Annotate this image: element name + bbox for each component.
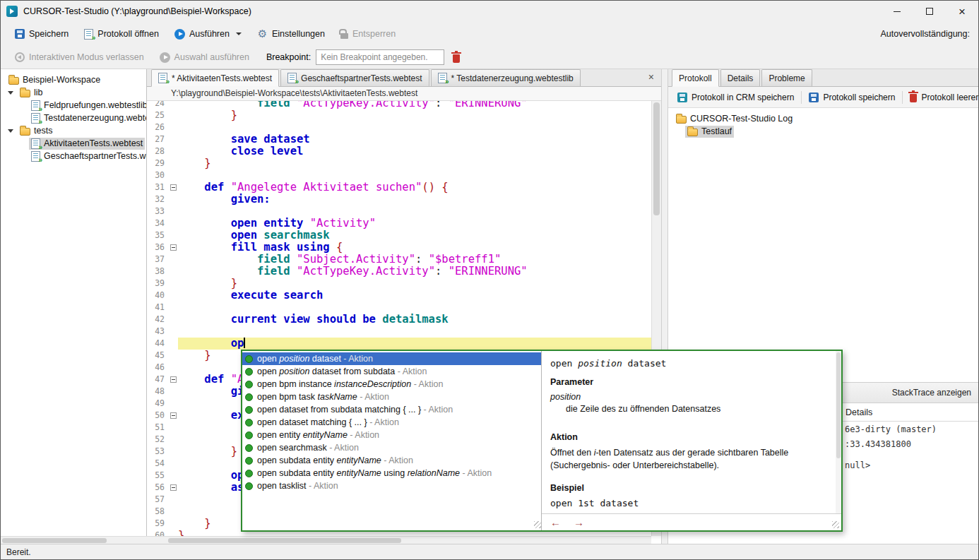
protokoll-leeren-button[interactable]: Protokoll leeren xyxy=(905,90,979,105)
code-text[interactable]: open searchmask xyxy=(178,230,651,242)
tree-item-geschaeftspartnertests-webtest[interactable]: »GeschaeftspartnerTests.webtest xyxy=(29,150,147,162)
fold-marker-icon[interactable] xyxy=(170,412,177,419)
autocomplete-item[interactable]: open tasklist - Aktion xyxy=(242,479,541,492)
autocomplete-item[interactable]: open subdata entity entityName using rel… xyxy=(242,467,541,479)
tree-item-testlauf[interactable]: Testlauf xyxy=(685,126,734,138)
tree-item-lib[interactable]: lib xyxy=(18,87,45,99)
einstellungen-button[interactable]: ⚙Einstellungen xyxy=(251,26,331,42)
code-text[interactable]: field "Subject.Activity": "$betreff1" xyxy=(178,254,651,266)
code-line-25[interactable]: 25 } xyxy=(147,109,651,121)
code-text[interactable] xyxy=(178,326,651,338)
autocomplete-item[interactable]: open position dataset from subdata - Akt… xyxy=(242,365,541,378)
delete-breakpoint-button[interactable] xyxy=(451,51,461,64)
code-line-28[interactable]: 28 close level xyxy=(147,145,651,157)
editor-horizontal-scrollbar[interactable] xyxy=(147,536,651,544)
code-line-40[interactable]: 40 execute search xyxy=(147,290,651,302)
ausfuehren-button[interactable]: Ausführen xyxy=(169,26,247,42)
expand-arrow-icon[interactable] xyxy=(8,91,13,95)
code-line-34[interactable]: 34 open entity "Activity" xyxy=(147,218,651,230)
autocomplete-item[interactable]: open entity entityName - Aktion xyxy=(242,429,541,441)
scrollbar-thumb[interactable] xyxy=(836,352,841,458)
protokoll-speichern-button[interactable]: Protokoll speichern xyxy=(804,90,900,105)
autocomplete-item[interactable]: open bpm instance instanceDescription - … xyxy=(242,378,541,391)
sidebar-horizontal-scrollbar[interactable] xyxy=(1,536,147,544)
code-line-37[interactable]: 37 field "Subject.Activity": "$betreff1" xyxy=(147,254,651,266)
code-text[interactable]: close level xyxy=(178,145,651,157)
code-text[interactable] xyxy=(178,169,651,181)
code-line-39[interactable]: 39 } xyxy=(147,278,651,290)
code-line-42[interactable]: 42 current view should be detailmask xyxy=(147,314,651,326)
code-text[interactable] xyxy=(178,302,651,314)
doc-back-icon[interactable]: ← xyxy=(550,517,561,528)
code-line-38[interactable]: 38 field "ActTypeKey.Activity": "ERINNER… xyxy=(147,266,651,278)
tab-probleme[interactable]: Probleme xyxy=(761,69,812,86)
autocomplete-item[interactable]: open subdata entity entityName - Aktion xyxy=(242,454,541,467)
code-line-31[interactable]: 31 def "Angelegte Aktivitaet suchen"() { xyxy=(147,181,651,193)
tab-protokoll[interactable]: Protokoll xyxy=(672,69,719,87)
tree-item-feldpruefungen-webtestlib[interactable]: »Feldpruefungen.webtestlib xyxy=(29,100,147,112)
stacktrace-toggle[interactable]: StackTrace anzeigen xyxy=(892,388,971,398)
code-line-41[interactable]: 41 xyxy=(147,302,651,314)
fold-marker-icon[interactable] xyxy=(170,376,177,383)
code-line-27[interactable]: 27 save dataset xyxy=(147,133,651,145)
fold-marker-icon[interactable] xyxy=(170,184,177,191)
code-text[interactable]: } xyxy=(178,109,651,121)
code-line-29[interactable]: 29 } xyxy=(147,157,651,169)
autocomplete-item[interactable]: open bpm task taskName - Aktion xyxy=(242,391,541,403)
speichern-button[interactable]: Speichern xyxy=(9,26,74,42)
tree-item-aktivitaetentests-webtest[interactable]: »AktivitaetenTests.webtest xyxy=(29,138,145,150)
fold-marker-icon[interactable] xyxy=(170,484,177,491)
scrollbar-thumb[interactable] xyxy=(2,538,107,543)
code-line-32[interactable]: 32 given: xyxy=(147,193,651,205)
code-text[interactable] xyxy=(178,121,651,133)
autocomplete-item[interactable]: open dataset matching { ... } - Aktion xyxy=(242,416,541,429)
autocomplete-item[interactable]: open dataset from subdata matching { ...… xyxy=(242,403,541,416)
breakpoint-input[interactable] xyxy=(316,49,444,65)
editor-tab-geschaeftspartnertests-webtest[interactable]: »GeschaeftspartnerTests.webtest xyxy=(280,69,429,86)
code-text[interactable]: save dataset xyxy=(178,133,651,145)
code-text[interactable]: execute search xyxy=(178,290,651,302)
expand-arrow-icon[interactable] xyxy=(8,129,13,133)
tree-item-testdatenerzeugung-webtestlib[interactable]: »Testdatenerzeugung.webtestlib xyxy=(29,112,147,124)
code-text[interactable]: current view should be detailmask xyxy=(178,314,651,326)
tree-item-tests[interactable]: tests xyxy=(18,125,54,137)
tab-close-icon[interactable]: × xyxy=(648,72,654,82)
code-line-44[interactable]: 44 op xyxy=(147,338,651,350)
editor-tab-aktivitaetentests-webtest[interactable]: »* AktivitaetenTests.webtest xyxy=(151,69,279,87)
tree-item-beispiel-workspace[interactable]: Beispiel-Workspace xyxy=(6,74,102,86)
code-text[interactable]: field "ActTypeKey.Activity": "ERINNERUNG… xyxy=(178,101,651,109)
code-line-26[interactable]: 26 xyxy=(147,121,651,133)
scrollbar-thumb[interactable] xyxy=(168,538,401,543)
resize-grip-icon[interactable] xyxy=(832,521,839,528)
maximize-button[interactable] xyxy=(913,1,946,22)
code-text[interactable]: } xyxy=(178,278,651,290)
autocomplete-item[interactable]: open searchmask - Aktion xyxy=(242,441,541,454)
scrollbar-thumb[interactable] xyxy=(653,102,660,215)
chevron-down-icon[interactable] xyxy=(236,32,242,35)
code-line-30[interactable]: 30 xyxy=(147,169,651,181)
code-text[interactable]: open entity "Activity" xyxy=(178,218,651,230)
minimize-button[interactable] xyxy=(881,1,913,22)
code-text[interactable]: def "Angelegte Aktivitaet suchen"() { xyxy=(178,181,651,193)
code-text[interactable]: fill mask using { xyxy=(178,242,651,254)
code-text[interactable] xyxy=(178,205,651,218)
doc-scrollbar[interactable] xyxy=(836,351,841,513)
protokoll-oeffnen-button[interactable]: »Protokoll öffnen xyxy=(78,26,165,42)
code-text[interactable]: } xyxy=(178,157,651,169)
doc-forward-icon[interactable]: → xyxy=(574,517,584,528)
editor-tab-testdatenerzeugung-webtestlib[interactable]: »* Testdatenerzeugung.webtestlib xyxy=(431,69,581,86)
autocomplete-item[interactable]: open position dataset - Aktion xyxy=(242,352,541,365)
tree-item-cursor-test-studio-log[interactable]: CURSOR-Test-Studio Log xyxy=(674,113,795,125)
tab-details[interactable]: Details xyxy=(720,69,761,86)
fold-marker-icon[interactable] xyxy=(170,244,177,251)
code-line-43[interactable]: 43 xyxy=(147,326,651,338)
code-line-35[interactable]: 35 open searchmask xyxy=(147,230,651,242)
code-text[interactable]: op xyxy=(178,338,651,350)
code-text[interactable]: field "ActTypeKey.Activity": "ERINNERUNG… xyxy=(178,266,651,278)
close-button[interactable]: × xyxy=(946,1,978,22)
resize-grip-icon[interactable] xyxy=(534,521,541,528)
code-line-33[interactable]: 33 xyxy=(147,205,651,218)
code-line-36[interactable]: 36 fill mask using { xyxy=(147,242,651,254)
code-text[interactable]: given: xyxy=(178,193,651,205)
protokoll-in-crm-speichern-button[interactable]: Protokoll in CRM speichern xyxy=(672,90,799,105)
